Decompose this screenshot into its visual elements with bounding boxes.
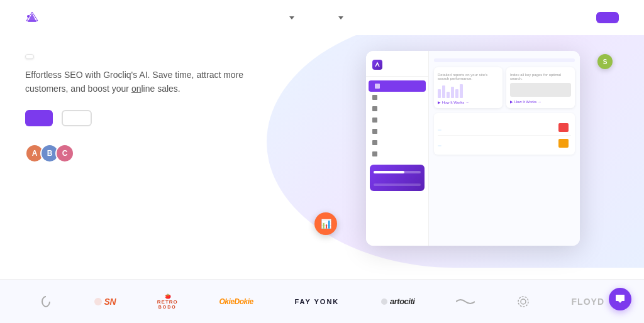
db-indexing-visual [510,83,571,97]
db-insights-card: Detailed reports on your site's search p… [434,67,502,108]
db-main-panel: Detailed reports on your site's search p… [429,51,580,246]
nav-links [286,16,343,19]
nav-resources[interactable] [335,16,343,19]
svg-point-4 [381,298,387,305]
upgrade-box [370,165,425,191]
db-nav-indexing[interactable] [366,114,428,126]
difficulty-badge [558,139,569,148]
db-table-section [434,113,575,155]
dashboard-preview: S 📊 [327,48,619,279]
article-icon [372,95,377,100]
hero-section: Effortless SEO with Grocliq's AI. Save t… [25,48,327,279]
keyword-icon [372,129,377,134]
insights-icon [372,106,377,111]
db-logo-icon [372,60,382,70]
db-bar [451,87,454,98]
db-bar [442,85,445,98]
db-nav-audit[interactable] [366,148,428,160]
brand-retro: 🍅 RETRO BODO [157,293,178,309]
avatar-group: A B C [25,144,74,163]
audit-icon [372,151,377,156]
dashboard-mockup: Detailed reports on your site's search p… [366,51,580,246]
credits-fill [374,171,404,173]
get-started-button[interactable] [25,110,53,126]
db-nav-dashboard[interactable] [369,80,426,92]
nav-solutions[interactable] [286,16,294,19]
db-nav-boost[interactable] [366,137,428,148]
chat-widget-button[interactable] [609,288,631,310]
brand-wave [456,297,475,306]
db-insights-sub: Detailed reports on your site's search p… [438,73,499,80]
boost-icon [372,140,377,145]
table-row [438,120,571,136]
db-bar [447,92,450,98]
difficulty-badge [558,123,569,132]
chevron-down-icon [289,16,294,19]
db-nav-insights[interactable] [366,103,428,114]
db-bar [460,84,463,98]
svg-point-2 [27,15,30,18]
shopify-badge: S [597,54,613,69]
logo-icon [25,11,39,25]
book-demo-button[interactable] [62,110,92,126]
db-indexing-sub: Index all key pages for optimal search. [510,73,571,80]
svg-point-5 [521,299,526,304]
credits-progress-bar [374,171,421,173]
db-search-bar[interactable] [434,58,575,62]
navbar [0,0,644,35]
db-logo [366,56,428,77]
db-sidebar [366,51,429,246]
brand-sn: SN [94,297,116,307]
indexing-icon [372,118,377,123]
g2-badge [25,54,34,59]
hero-subtitle: Effortless SEO with Grocliq's AI. Save t… [25,68,264,96]
table-row [438,136,571,151]
rating-badge [25,54,327,59]
brand-okie: OkieDokie [219,297,253,306]
db-nav-article[interactable] [366,92,428,103]
db-chart [438,83,499,98]
trust-section: A B C [25,144,327,163]
logo[interactable] [25,11,43,25]
main-content: Effortless SEO with Grocliq's AI. Save t… [0,35,644,279]
db-bar [438,89,441,98]
brand-s [40,295,52,308]
brand-floyd: FLOYD [572,297,604,307]
schedule-demo-button[interactable] [596,12,619,23]
brand-gear [516,295,530,309]
db-indexing-card: Index all key pages for optimal search. … [506,67,575,108]
chevron-down-icon [338,16,343,19]
upgrade-button[interactable] [374,183,421,186]
db-bar [455,89,458,98]
brand-artociti: artociti [380,297,414,306]
db-nav-keyword[interactable] [366,126,428,137]
cta-buttons [25,110,327,126]
svg-point-3 [94,298,102,305]
nav-actions [586,12,619,23]
how-it-works-link-2[interactable]: ▶ How It Works → [510,99,571,104]
brand-fay: FAY YONK [294,298,339,305]
svg-point-6 [518,297,528,307]
analytics-badge: 📊 [314,212,337,235]
brands-bar: SN 🍅 RETRO BODO OkieDokie FAY YONK artoc… [0,279,644,323]
dashboard-icon [375,84,380,89]
how-it-works-link[interactable]: ▶ How It Works → [438,100,499,104]
avatar: C [55,144,74,163]
db-insights-row: Detailed reports on your site's search p… [434,67,575,108]
